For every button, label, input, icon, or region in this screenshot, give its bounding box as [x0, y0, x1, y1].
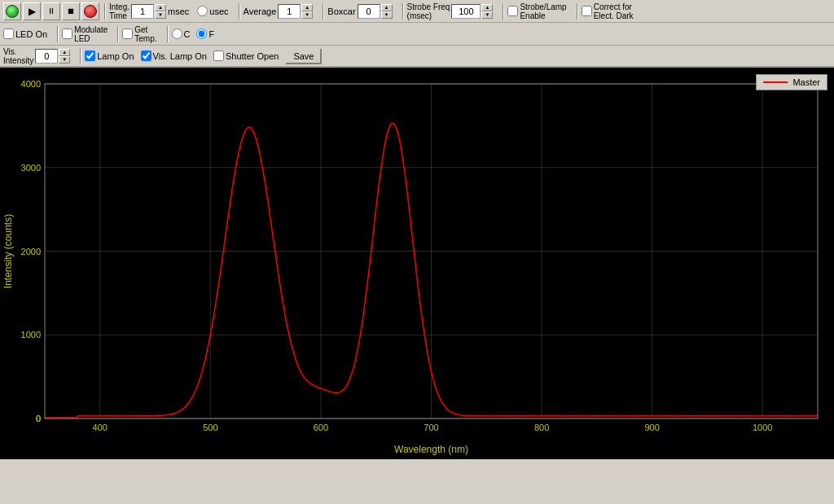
separator-9	[167, 26, 169, 42]
temp-f-group[interactable]: F	[196, 28, 214, 39]
temp-f-radio[interactable]	[196, 28, 207, 39]
vis-lamp-on-label: Vis. Lamp On	[153, 51, 207, 61]
row3-toolbar: Vis.Intensity 0 ▲ ▼ Lamp On Vis. Lamp On…	[0, 46, 834, 67]
average-label: Average	[244, 7, 277, 16]
average-down[interactable]: ▼	[301, 11, 313, 19]
vis-intensity-field[interactable]: 0	[35, 49, 58, 64]
separator-10	[80, 48, 81, 64]
usec-label: usec	[209, 7, 228, 16]
strobe-lamp-enable-group: Strobe/LampEnable	[507, 2, 566, 20]
pause-button[interactable]: ⏸	[42, 2, 60, 20]
integ-time-input[interactable]: 1 ▲ ▼	[131, 4, 166, 19]
separator-2	[239, 3, 240, 20]
vis-lamp-on-group: Vis. Lamp On	[141, 50, 207, 61]
modulate-led-checkbox[interactable]	[62, 28, 72, 39]
shutter-open-label: Shutter Open	[226, 51, 279, 61]
strobe-freq-group: Strobe Freq(msec) 100 ▲ ▼	[407, 2, 494, 20]
integ-time-field[interactable]: 1	[131, 4, 154, 19]
modulate-led-label: ModulateLED	[74, 25, 108, 43]
vis-intensity-up[interactable]: ▲	[59, 49, 70, 56]
strobe-freq-field[interactable]: 100	[451, 4, 481, 19]
chart-area: Master	[0, 68, 834, 459]
average-field[interactable]: 1	[278, 4, 301, 19]
temp-f-label: F	[208, 29, 214, 39]
strobe-freq-down[interactable]: ▼	[481, 11, 493, 19]
average-up[interactable]: ▲	[301, 4, 313, 11]
strobe-freq-input[interactable]: 100 ▲ ▼	[451, 4, 493, 19]
radio-usec[interactable]	[197, 6, 208, 16]
legend-box: Master	[756, 74, 827, 90]
separator-7	[57, 26, 59, 42]
integ-time-unit-label: msec	[168, 7, 189, 16]
icon-toolbar: ▶ ⏸ ⏹ Integ.Time 1 ▲ ▼ msec	[0, 0, 834, 23]
lamp-on-label: Lamp On	[97, 51, 134, 61]
row2-toolbar: LED On ModulateLED GetTemp. C F	[0, 23, 834, 46]
lamp-on-group: Lamp On	[85, 50, 134, 61]
separator-5	[503, 3, 504, 20]
stop-button[interactable]: ⏹	[62, 2, 80, 20]
correct-elect-dark-checkbox[interactable]	[582, 6, 592, 16]
integ-time-up[interactable]: ▲	[155, 4, 166, 11]
strobe-freq-up[interactable]: ▲	[481, 4, 493, 11]
led-on-checkbox[interactable]	[3, 28, 14, 39]
correct-elect-dark-label: Correct forElect. Dark	[594, 2, 634, 20]
boxcar-field[interactable]: 0	[358, 4, 380, 19]
spectrum-chart	[0, 68, 834, 459]
separator-1	[104, 3, 106, 20]
modulate-led-group: ModulateLED	[62, 25, 108, 43]
correct-elect-dark-group: Correct forElect. Dark	[582, 2, 634, 20]
save-button[interactable]: Save	[285, 48, 322, 64]
separator-6	[577, 3, 578, 20]
boxcar-group: Boxcar 0 ▲ ▼	[327, 4, 392, 19]
temp-c-group[interactable]: C	[172, 28, 191, 39]
get-temp-group: GetTemp.	[122, 25, 156, 43]
temp-c-radio[interactable]	[172, 28, 182, 39]
vis-intensity-label: Vis.Intensity	[3, 47, 33, 65]
temp-c-label: C	[184, 29, 191, 39]
shutter-open-checkbox[interactable]	[213, 50, 224, 61]
boxcar-input[interactable]: 0 ▲ ▼	[358, 4, 393, 19]
legend-label: Master	[792, 77, 820, 87]
separator-8	[117, 26, 119, 42]
vis-lamp-on-checkbox[interactable]	[141, 50, 151, 61]
get-temp-label: GetTemp.	[134, 25, 156, 43]
lamp-on-checkbox[interactable]	[85, 50, 95, 61]
integ-time-group: Integ.Time 1 ▲ ▼ msec	[109, 2, 191, 20]
play-button[interactable]: ▶	[23, 2, 41, 20]
separator-3	[323, 3, 324, 20]
strobe-freq-label: Strobe Freq(msec)	[407, 2, 450, 20]
led-on-label: LED On	[15, 29, 47, 39]
integ-time-down[interactable]: ▼	[155, 11, 166, 19]
strobe-lamp-enable-label: Strobe/LampEnable	[520, 2, 566, 20]
boxcar-up[interactable]: ▲	[381, 4, 393, 11]
boxcar-down[interactable]: ▼	[381, 11, 393, 19]
vis-intensity-down[interactable]: ▼	[59, 56, 70, 64]
boxcar-label: Boxcar	[327, 7, 355, 16]
shutter-open-group: Shutter Open	[213, 50, 279, 61]
vis-intensity-group: Vis.Intensity 0 ▲ ▼	[3, 47, 70, 65]
record-button[interactable]	[81, 2, 99, 20]
vis-intensity-input[interactable]: 0 ▲ ▼	[35, 49, 70, 64]
legend-line	[763, 81, 788, 83]
average-group: Average 1 ▲ ▼	[244, 4, 314, 19]
average-input[interactable]: 1 ▲ ▼	[278, 4, 313, 19]
led-on-group: LED On	[3, 28, 47, 39]
separator-4	[402, 3, 404, 20]
strobe-lamp-enable-checkbox[interactable]	[507, 6, 518, 16]
integ-time-label: Integ.Time	[109, 2, 129, 20]
integ-unit-radio[interactable]: usec	[197, 6, 228, 16]
status-green-icon[interactable]	[3, 2, 21, 20]
get-temp-checkbox[interactable]	[122, 28, 133, 39]
